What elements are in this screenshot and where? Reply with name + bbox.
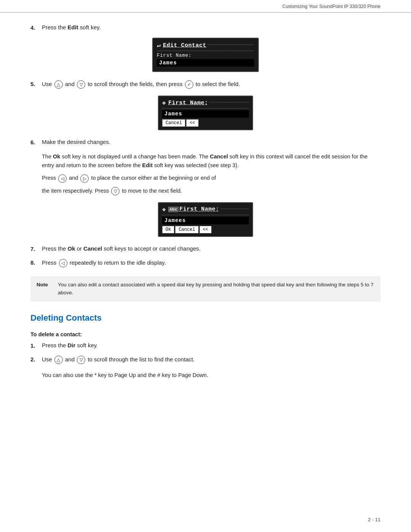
step-4: 4. Press the Edit soft key.	[30, 24, 381, 31]
section-step-2-before: Use	[42, 356, 54, 363]
section-step-2-note: You can also use the * key to Page Up an…	[42, 371, 381, 380]
screen1: ↵ Edit Contact First Name: James	[152, 38, 259, 72]
step-6-para2: Press ◁ and ▷ to place the cursor either…	[42, 174, 381, 182]
screen3-arrow: ❖	[162, 206, 166, 213]
step-7-body: Press the Ok or Cancel soft keys to acce…	[42, 245, 381, 252]
screen2: ❖ First Name: James Cancel <<	[158, 96, 253, 130]
screen2-cancel-btn: Cancel	[162, 119, 185, 127]
up-icon-2: △	[54, 356, 63, 364]
page-header: Customizing Your SoundPoint IP 330/320 P…	[0, 0, 411, 13]
screen2-arrow: ❖	[162, 99, 166, 107]
step-5-text-before: Use	[42, 81, 54, 87]
step-5-body: Use △ and ▽ to scroll through the fields…	[42, 80, 381, 89]
step-6-para3: the item respectively. Press ▽ to move t…	[42, 187, 381, 195]
screen3: ❖ Abc First Name: Jamees Ok Cancel <<	[158, 202, 253, 237]
section-step-1-dir: Dir	[68, 342, 76, 348]
step-6-p1-mid: soft key is not displayed until a change…	[60, 153, 210, 160]
step-6-body: Make the desired changes.	[42, 139, 381, 145]
header-text: Customizing Your SoundPoint IP 330/320 P…	[282, 4, 381, 9]
screen2-title-row: ❖ First Name:	[162, 99, 249, 109]
section-step-1-number: 1.	[30, 342, 42, 349]
page-footer: 2 - 11	[368, 517, 381, 522]
step-7-after: soft keys to accept or cancel changes.	[102, 245, 200, 252]
section-step-1-after: soft key.	[75, 342, 98, 348]
step-7-number: 7.	[30, 245, 42, 252]
screen3-title-row: ❖ Abc First Name:	[162, 206, 249, 215]
down-arrow-icon: ▽	[77, 80, 85, 89]
step-8: 8. Press ◁ repeatedly to return to the i…	[30, 259, 381, 267]
step-6-p1-end: soft key was selected (see step 3).	[153, 162, 239, 168]
screen2-title: First Name:	[168, 100, 208, 106]
screen1-field-label: First Name:	[157, 53, 254, 58]
step-6-p2-mid: and	[69, 175, 80, 181]
screen2-container: ❖ First Name: James Cancel <<	[30, 96, 381, 130]
step-8-before: Press	[42, 259, 58, 266]
step-6-p3-end: to move to the next field.	[122, 188, 182, 194]
step-6-p1-edit: Edit	[142, 162, 153, 168]
note-label: Note	[37, 281, 52, 297]
up-arrow-icon: △	[54, 80, 63, 89]
step-5-number: 5.	[30, 80, 42, 87]
screen1-dotted	[208, 45, 254, 45]
screen3-container: ❖ Abc First Name: Jamees Ok Cancel <<	[30, 202, 381, 237]
down-icon-2: ▽	[77, 356, 85, 364]
step-4-edit-bold: Edit	[68, 24, 78, 30]
screen3-back-btn: <<	[199, 226, 212, 233]
screen3-cancel-btn: Cancel	[175, 226, 198, 233]
screen3-abc: Abc	[168, 207, 178, 212]
section-step-2-number: 2.	[30, 356, 42, 363]
section-title: Deleting Contacts	[30, 313, 381, 323]
subsection-title: To delete a contact:	[30, 331, 381, 337]
step-6-p2-after: to place the cursor either at the beginn…	[91, 175, 216, 181]
screen1-title: Edit Contact	[163, 42, 206, 49]
step-6-p1-ok: Ok	[53, 153, 60, 160]
step-7: 7. Press the Ok or Cancel soft keys to a…	[30, 245, 381, 252]
screen1-container: ↵ Edit Contact First Name: James	[30, 38, 381, 72]
section-step-2-mid: and	[65, 356, 76, 363]
right-arrow-icon: ▷	[80, 174, 89, 183]
screen1-arrow: ↵	[157, 42, 161, 49]
step-5-text-after: to scroll through the fields, then press	[88, 81, 184, 87]
footer-text: 2 - 11	[368, 517, 381, 522]
step-8-number: 8.	[30, 259, 42, 266]
page-content: 4. Press the Edit soft key. ↵ Edit Conta…	[0, 13, 411, 399]
back-arrow-icon: ◁	[59, 259, 67, 267]
step-8-after: repeatedly to return to the idle display…	[70, 259, 166, 266]
screen2-dotted	[210, 102, 249, 102]
step-4-text-after: soft key.	[78, 24, 101, 30]
screen1-title-row: ↵ Edit Contact	[157, 42, 254, 51]
note-text: You can also edit a contact associated w…	[58, 281, 374, 297]
section-step-2-body: Use △ and ▽ to scroll through the list t…	[42, 356, 381, 364]
step-6-p1-cancel: Cancel	[210, 153, 228, 160]
step-6-p3-text: the item respectively. Press	[42, 188, 110, 194]
step-6-text: Make the desired changes.	[42, 139, 110, 145]
down-arrow-icon-2: ▽	[111, 187, 119, 195]
step-7-before: Press the	[42, 245, 68, 252]
step-5: 5. Use △ and ▽ to scroll through the fie…	[30, 80, 381, 89]
step-6-number: 6.	[30, 139, 42, 145]
screen3-field-value: Jamees	[162, 217, 249, 224]
section-step-2-after: to scroll through the list to find the c…	[88, 356, 194, 363]
screen2-back-btn: <<	[186, 119, 198, 127]
step-6-p2-before: Press	[42, 175, 57, 181]
section-step-1: 1. Press the Dir soft key.	[30, 342, 381, 349]
step-6-p1-before: The	[42, 153, 53, 160]
step-6: 6. Make the desired changes.	[30, 139, 381, 145]
step-4-body: Press the Edit soft key.	[42, 24, 381, 30]
step-5-text-middle: and	[65, 81, 76, 87]
check-icon: ✓	[185, 80, 193, 89]
screen3-ok-btn: Ok	[162, 226, 174, 233]
step-7-mid: or	[75, 245, 84, 252]
step-5-text-end: to select the field.	[196, 81, 240, 87]
note-box: Note You can also edit a contact associa…	[30, 276, 381, 302]
step-7-ok: Ok	[68, 245, 75, 252]
screen2-field-value: James	[162, 110, 249, 118]
left-arrow-icon: ◁	[58, 174, 67, 183]
screen3-dotted	[221, 209, 249, 209]
screen3-title: First Name:	[179, 206, 219, 212]
screen2-buttons: Cancel <<	[162, 119, 249, 127]
section-step-2: 2. Use △ and ▽ to scroll through the lis…	[30, 356, 381, 364]
screen1-field-value: James	[157, 59, 254, 67]
step-4-number: 4.	[30, 24, 42, 31]
section-step-1-before: Press the	[42, 342, 68, 348]
